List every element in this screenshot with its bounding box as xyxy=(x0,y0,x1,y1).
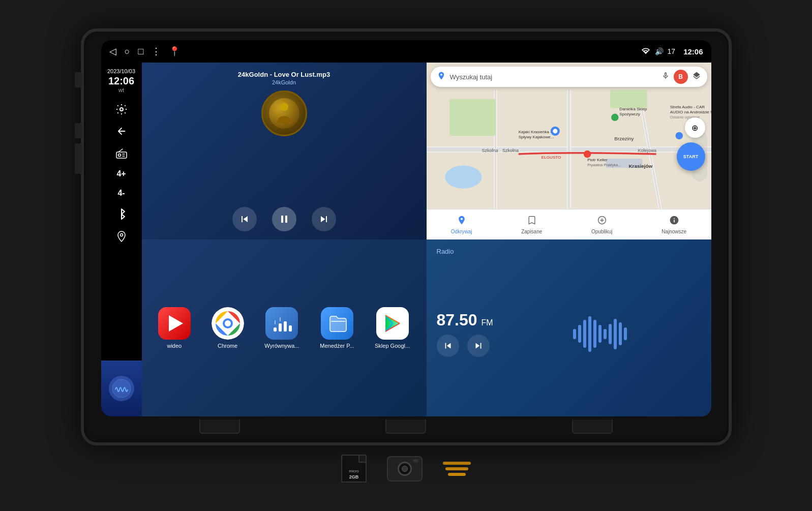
wave-bar-10 xyxy=(619,322,622,345)
mount-tab-2 xyxy=(385,419,426,434)
tool-bar-1 xyxy=(443,462,471,465)
nav-home-button[interactable]: ○ xyxy=(125,46,130,57)
maps-nav-zapisane[interactable]: Zapisane xyxy=(521,215,542,234)
sidebar-vol-down[interactable]: 4- xyxy=(117,189,125,198)
maps-search-text: Wyszukaj tutaj xyxy=(450,73,657,81)
device-shell: ◁ ○ □ ⋮ 📍 🔊 17 12:06 xyxy=(81,28,732,445)
wave-bar-11 xyxy=(624,327,627,340)
svg-point-19 xyxy=(611,114,618,121)
maps-start-button[interactable]: START xyxy=(677,142,705,171)
svg-rect-50 xyxy=(275,320,276,324)
maps-nav-najnowsze[interactable]: Najnowsze xyxy=(661,215,686,234)
maps-widget[interactable]: Wyszukaj tutaj B xyxy=(427,63,711,239)
radio-band: FM xyxy=(482,318,493,327)
wave-bar-3 xyxy=(583,320,586,348)
radio-next-button[interactable] xyxy=(467,335,490,357)
maps-nav-label-3: Najnowsze xyxy=(661,229,686,234)
clock: 12:06 xyxy=(683,47,703,56)
music-widget: 24kGoldn - Love Or Lust.mp3 24kGoldn xyxy=(142,63,427,239)
svg-rect-51 xyxy=(280,317,281,321)
svg-text:Spływy Kajakowe...: Spływy Kajakowe... xyxy=(518,135,554,139)
maps-layers-icon[interactable] xyxy=(692,71,701,82)
mount-tab-3 xyxy=(572,419,613,434)
svg-point-21 xyxy=(675,132,682,139)
tool-bar-3 xyxy=(448,473,466,476)
apps-grid: wideo xyxy=(148,246,420,410)
svg-text:Piotr Keller: Piotr Keller xyxy=(587,158,608,162)
side-button-mic[interactable] xyxy=(75,72,82,87)
side-button-reset[interactable] xyxy=(75,123,82,138)
app-item-wideo[interactable]: wideo xyxy=(158,307,191,349)
svg-text:Kolejowa: Kolejowa xyxy=(638,148,657,153)
nav-maps-button[interactable]: 📍 xyxy=(169,46,180,57)
svg-text:ELGUSTO: ELGUSTO xyxy=(541,155,561,160)
radio-freq-row: 87.50 FM xyxy=(437,311,493,329)
sd-card-size: 2GB xyxy=(349,474,359,482)
app-item-equalizer[interactable]: Wyrównywa... xyxy=(264,307,299,349)
app-label-chrome: Chrome xyxy=(218,343,237,349)
sidebar-bluetooth[interactable] xyxy=(117,208,126,220)
maps-nav-opublikuj[interactable]: Opublikuj xyxy=(591,215,613,234)
camera-lens-inner xyxy=(402,466,408,472)
mount-tab-1 xyxy=(199,419,240,434)
svg-text:Szkolna: Szkolna xyxy=(502,148,519,153)
music-prev-button[interactable] xyxy=(232,207,257,231)
sidebar-date-block: 2023/10/03 12:06 wt xyxy=(107,68,135,93)
radio-prev-button[interactable] xyxy=(437,335,459,357)
app-item-files[interactable]: Menedżer P... xyxy=(320,307,354,349)
nav-back-button[interactable]: ◁ xyxy=(109,46,116,57)
sidebar-back[interactable] xyxy=(116,126,127,137)
app-item-playstore[interactable]: Sklep Googl... xyxy=(375,307,410,349)
playstore-app-icon xyxy=(376,307,409,340)
svg-point-0 xyxy=(120,108,123,111)
content-area: 24kGoldn - Love Or Lust.mp3 24kGoldn xyxy=(142,63,711,416)
nav-buttons: ◁ ○ □ ⋮ 📍 xyxy=(109,46,181,57)
camera-lens xyxy=(398,462,412,476)
nav-recent-button[interactable]: □ xyxy=(138,46,143,57)
app-label-sklep: Sklep Googl... xyxy=(375,343,410,349)
sidebar-settings[interactable] xyxy=(115,103,128,115)
chrome-app-icon xyxy=(212,307,244,340)
wave-bar-4 xyxy=(588,316,591,352)
music-play-pause-button[interactable] xyxy=(272,207,296,231)
radio-freq-section: 87.50 FM xyxy=(437,311,493,357)
app-label-menedzer: Menedżer P... xyxy=(320,343,354,349)
maps-compass-button[interactable]: ⊕ xyxy=(685,117,705,138)
wave-bar-2 xyxy=(578,325,581,343)
maps-nav-label-0: Odkrywaj xyxy=(451,229,472,234)
svg-text:Brzeziny: Brzeziny xyxy=(614,136,634,141)
nav-menu-button[interactable]: ⋮ xyxy=(152,46,161,57)
maps-user-icon[interactable]: B xyxy=(674,70,688,84)
music-artist: 24kGoldn xyxy=(150,79,418,85)
album-art-inner xyxy=(269,98,299,129)
radio-waveform xyxy=(499,314,701,354)
camera-viewfinder xyxy=(413,459,418,462)
sidebar-vol-up[interactable]: 4+ xyxy=(116,169,126,178)
sidebar-radio[interactable] xyxy=(115,147,128,159)
volume-icon: 🔊 xyxy=(655,47,664,55)
apps-widget: wideo xyxy=(142,239,427,416)
svg-rect-15 xyxy=(610,90,647,108)
svg-point-16 xyxy=(445,166,482,189)
screen-bezel: ◁ ○ □ ⋮ 📍 🔊 17 12:06 xyxy=(101,40,711,416)
music-next-button[interactable] xyxy=(312,207,336,231)
maps-mic-icon[interactable] xyxy=(661,72,670,82)
najnowsze-icon xyxy=(669,215,679,228)
equalizer-app-icon xyxy=(265,307,298,340)
maps-nav-odkrywaj[interactable]: Odkrywaj xyxy=(451,215,472,234)
svg-point-4 xyxy=(280,103,288,111)
sidebar-location[interactable] xyxy=(116,230,127,243)
maps-nav-label-2: Opublikuj xyxy=(591,229,613,234)
app-label-wyrownywarka: Wyrównywa... xyxy=(264,343,299,349)
side-button-vol[interactable] xyxy=(75,143,82,174)
accessories-row: micro 2GB xyxy=(341,455,471,483)
sound-widget[interactable] xyxy=(101,360,142,416)
svg-text:Szkolna: Szkolna xyxy=(482,148,498,153)
app-item-chrome[interactable]: Chrome xyxy=(212,307,244,349)
svg-text:Spożywczy: Spożywczy xyxy=(619,112,641,116)
maps-searchbar[interactable]: Wyszukaj tutaj B xyxy=(431,67,707,87)
sd-card-accessory: micro 2GB xyxy=(341,455,367,483)
radio-title: Radio xyxy=(437,248,701,255)
camera-accessory xyxy=(387,456,423,482)
sound-equalizer-icon xyxy=(109,376,134,401)
